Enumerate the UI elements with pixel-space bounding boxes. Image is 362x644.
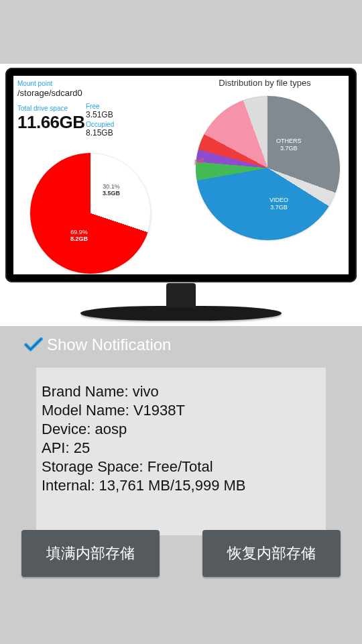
device-info-card: Brand Name: vivo Model Name: V1938T Devi… xyxy=(36,368,326,535)
mount-point-value: /storage/sdcard0 xyxy=(17,88,181,98)
model-line: Model Name: V1938T xyxy=(42,401,320,420)
occupied-label: Occupied xyxy=(86,121,114,128)
monitor-stand-neck xyxy=(166,283,196,307)
button-row: 填满内部存储 恢复内部存储 xyxy=(0,530,362,577)
storage-line: Storage Space: Free/Total xyxy=(42,458,320,476)
device-line: Device: aosp xyxy=(42,420,320,439)
fill-internal-button[interactable]: 填满内部存储 xyxy=(21,530,160,577)
monitor-illustration: Mount point /storage/sdcard0 Total drive… xyxy=(0,64,362,326)
free-occupied-block: Free 3.51GB Occupied 8.15GB xyxy=(86,103,114,139)
free-slice-label: 30.1% 3.5GB xyxy=(103,183,120,197)
api-line: API: 25 xyxy=(42,439,320,458)
occupied-value: 8.15GB xyxy=(86,128,114,138)
video-slice-label: VIDEO 3.7GB xyxy=(269,197,288,211)
free-value: 3.51GB xyxy=(86,110,114,119)
internal-line: Internal: 13,761 MB/15,999 MB xyxy=(42,476,320,495)
screen-right-panel: Distribution by file types OTHERS 3.7GB … xyxy=(181,76,349,274)
mount-point-label: Mount point xyxy=(17,80,181,87)
lower-panel: Show Notification Brand Name: vivo Model… xyxy=(0,326,362,644)
others-slice-label: OTHERS 3.7GB xyxy=(276,138,302,152)
show-notification-label: Show Notification xyxy=(47,335,171,354)
monitor-screen: Mount point /storage/sdcard0 Total drive… xyxy=(13,76,349,274)
restore-internal-button[interactable]: 恢复内部存储 xyxy=(202,530,341,577)
monitor-stand-base xyxy=(80,306,282,321)
usage-pie-chart: 30.1% 3.5GB 69.9% 8.2GB xyxy=(30,153,151,274)
free-label: Free xyxy=(86,103,114,110)
filetype-pie-chart xyxy=(196,96,340,240)
brand-line: Brand Name: vivo xyxy=(42,382,320,401)
monitor-frame: Mount point /storage/sdcard0 Total drive… xyxy=(5,68,357,282)
screen-left-panel: Mount point /storage/sdcard0 Total drive… xyxy=(13,76,181,274)
pdf-slice-label: pdf xyxy=(194,158,204,165)
show-notification-checkbox[interactable]: Show Notification xyxy=(0,326,362,354)
check-icon xyxy=(24,337,43,352)
distribution-title: Distribution by file types xyxy=(181,76,349,88)
filetype-pie-wrap: OTHERS 3.7GB VIDEO 3.7GB pdf xyxy=(196,96,340,240)
occupied-slice-label: 69.9% 8.2GB xyxy=(70,229,88,243)
top-spacer xyxy=(0,0,362,64)
